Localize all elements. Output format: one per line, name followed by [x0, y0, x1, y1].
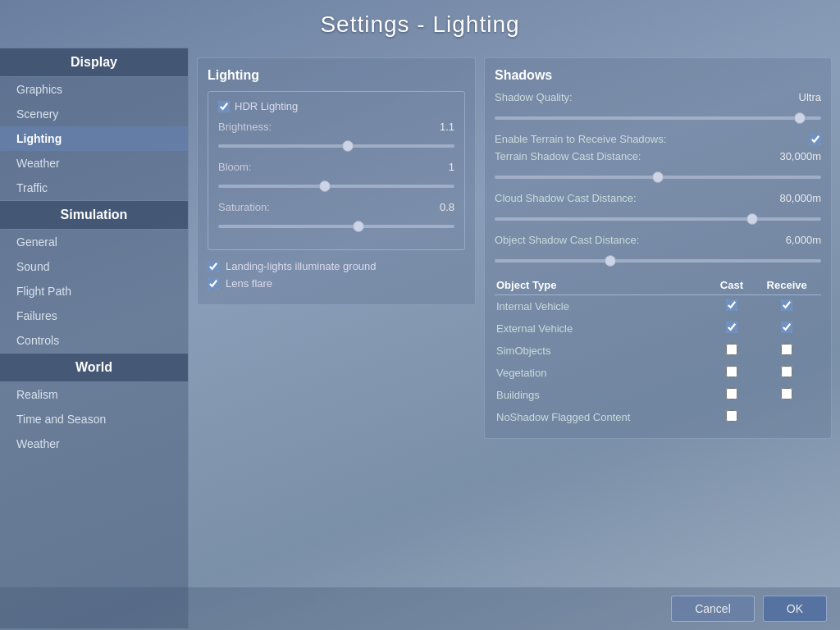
- lighting-panel: Lighting HDR Lighting Brightness: 1.1 Bl…: [197, 57, 476, 305]
- lens-flare-checkbox[interactable]: [208, 278, 219, 290]
- brightness-label: Brightness:: [218, 121, 272, 133]
- cast-checkbox-cell: [711, 340, 753, 362]
- object-shadow-dist-value: 6,000m: [764, 234, 821, 246]
- brightness-row: Brightness: 1.1: [218, 121, 454, 151]
- enable-terrain-checkbox[interactable]: [810, 134, 821, 145]
- vegetation-cast-checkbox[interactable]: [726, 366, 737, 377]
- saturation-value: 0.8: [440, 201, 454, 213]
- table-row: NoShadow Flagged Content: [495, 406, 821, 428]
- shadows-panel-title: Shadows: [495, 68, 821, 83]
- terrain-shadow-dist-slider[interactable]: [495, 176, 821, 179]
- enable-terrain-row: Enable Terrain to Receive Shadows:: [495, 133, 821, 145]
- sidebar: Display Graphics Scenery Lighting Weathe…: [0, 48, 189, 628]
- enable-terrain-label: Enable Terrain to Receive Shadows:: [495, 133, 810, 145]
- terrain-shadow-dist-row: Terrain Shadow Cast Distance: 30,000m: [495, 150, 821, 162]
- hdr-lighting-label: HDR Lighting: [235, 100, 298, 112]
- sidebar-item-graphics[interactable]: Graphics: [0, 77, 188, 102]
- object-type-label: Internal Vehicle: [495, 295, 711, 318]
- terrain-shadow-dist-label: Terrain Shadow Cast Distance:: [495, 150, 764, 162]
- object-type-label: NoShadow Flagged Content: [495, 406, 711, 428]
- sidebar-item-weather[interactable]: Weather: [0, 151, 188, 176]
- page-title: Settings - Lighting: [0, 0, 840, 48]
- terrain-shadow-dist-value: 30,000m: [764, 150, 821, 162]
- sidebar-item-general[interactable]: General: [0, 230, 188, 254]
- shadow-quality-slider[interactable]: [495, 116, 821, 120]
- sidebar-item-failures[interactable]: Failures: [0, 304, 188, 328]
- receive-checkbox-cell: [752, 317, 821, 340]
- table-row: SimObjects: [495, 340, 821, 362]
- noshadow-cast-checkbox[interactable]: [726, 410, 737, 422]
- cloud-shadow-dist-slider[interactable]: [495, 217, 821, 221]
- landing-lights-checkbox[interactable]: [208, 261, 219, 272]
- simobjects-receive-checkbox[interactable]: [781, 344, 792, 355]
- cloud-shadow-dist-slider-row: [495, 209, 821, 224]
- sidebar-item-sound[interactable]: Sound: [0, 254, 188, 279]
- buildings-cast-checkbox[interactable]: [726, 388, 737, 399]
- object-type-label: External Vehicle: [495, 317, 711, 340]
- object-shadow-dist-slider-row: [495, 251, 821, 266]
- object-type-label: SimObjects: [495, 340, 711, 362]
- hdr-lighting-checkbox[interactable]: [218, 101, 230, 112]
- receive-checkbox-cell: [752, 340, 821, 362]
- object-type-label: Buildings: [495, 384, 711, 406]
- lens-flare-row: Lens flare: [208, 277, 465, 290]
- sidebar-item-scenery[interactable]: Scenery: [0, 102, 188, 126]
- internal-vehicle-receive-checkbox[interactable]: [781, 299, 792, 311]
- shadow-quality-row: Shadow Quality: Ultra: [495, 91, 821, 103]
- receive-checkbox-cell: [752, 362, 821, 384]
- table-row: Buildings: [495, 384, 821, 406]
- sidebar-item-world-weather[interactable]: Weather: [0, 431, 188, 456]
- saturation-slider[interactable]: [218, 225, 454, 228]
- bottom-bar: Cancel OK: [0, 587, 840, 630]
- bloom-slider[interactable]: [218, 185, 454, 188]
- cast-header: Cast: [711, 276, 753, 295]
- cast-checkbox-cell: [711, 406, 753, 428]
- content-area: Lighting HDR Lighting Brightness: 1.1 Bl…: [189, 48, 840, 628]
- world-section-header: World: [0, 353, 188, 382]
- receive-checkbox-cell: [752, 406, 821, 428]
- simulation-section-header: Simulation: [0, 200, 188, 230]
- bloom-label: Bloom:: [218, 161, 251, 173]
- ok-button[interactable]: OK: [763, 596, 827, 622]
- receive-header: Receive: [752, 276, 821, 295]
- brightness-value: 1.1: [440, 121, 454, 133]
- simobjects-cast-checkbox[interactable]: [726, 344, 737, 355]
- saturation-label: Saturation:: [218, 201, 270, 213]
- cast-checkbox-cell: [711, 362, 753, 384]
- sidebar-item-traffic[interactable]: Traffic: [0, 176, 188, 200]
- table-row: Internal Vehicle: [495, 295, 821, 318]
- object-type-header: Object Type: [495, 276, 711, 295]
- internal-vehicle-cast-checkbox[interactable]: [726, 299, 737, 311]
- external-vehicle-receive-checkbox[interactable]: [781, 322, 792, 333]
- cloud-shadow-dist-label: Cloud Shadow Cast Distance:: [495, 192, 764, 204]
- receive-checkbox-cell: [752, 295, 821, 318]
- bloom-row: Bloom: 1: [218, 161, 454, 191]
- landing-lights-label: Landing-lights illuminate ground: [226, 260, 377, 272]
- cast-checkbox-cell: [711, 317, 753, 340]
- lens-flare-label: Lens flare: [226, 277, 272, 290]
- object-type-label: Vegetation: [495, 362, 711, 384]
- object-type-table: Object Type Cast Receive Internal Vehicl…: [495, 276, 821, 428]
- sidebar-item-lighting[interactable]: Lighting: [0, 126, 188, 151]
- buildings-receive-checkbox[interactable]: [781, 388, 792, 399]
- cloud-shadow-dist-row: Cloud Shadow Cast Distance: 80,000m: [495, 192, 821, 204]
- display-section-header: Display: [0, 48, 188, 77]
- cancel-button[interactable]: Cancel: [671, 596, 755, 622]
- object-shadow-dist-label: Object Shadow Cast Distance:: [495, 234, 764, 246]
- table-row: External Vehicle: [495, 317, 821, 340]
- landing-lights-row: Landing-lights illuminate ground: [208, 260, 465, 272]
- sidebar-item-realism[interactable]: Realism: [0, 382, 188, 407]
- vegetation-receive-checkbox[interactable]: [781, 366, 792, 377]
- cast-checkbox-cell: [711, 295, 753, 318]
- hdr-header: HDR Lighting: [218, 100, 454, 112]
- object-shadow-dist-slider[interactable]: [495, 259, 821, 262]
- external-vehicle-cast-checkbox[interactable]: [726, 322, 737, 333]
- sidebar-item-time-and-season[interactable]: Time and Season: [0, 407, 188, 431]
- sidebar-item-flight-path[interactable]: Flight Path: [0, 279, 188, 304]
- cast-checkbox-cell: [711, 384, 753, 406]
- sidebar-item-controls[interactable]: Controls: [0, 328, 188, 353]
- hdr-group: HDR Lighting Brightness: 1.1 Bloom: 1: [208, 91, 465, 250]
- object-shadow-dist-row: Object Shadow Cast Distance: 6,000m: [495, 234, 821, 246]
- shadow-quality-slider-row: [495, 108, 821, 123]
- brightness-slider[interactable]: [218, 144, 454, 148]
